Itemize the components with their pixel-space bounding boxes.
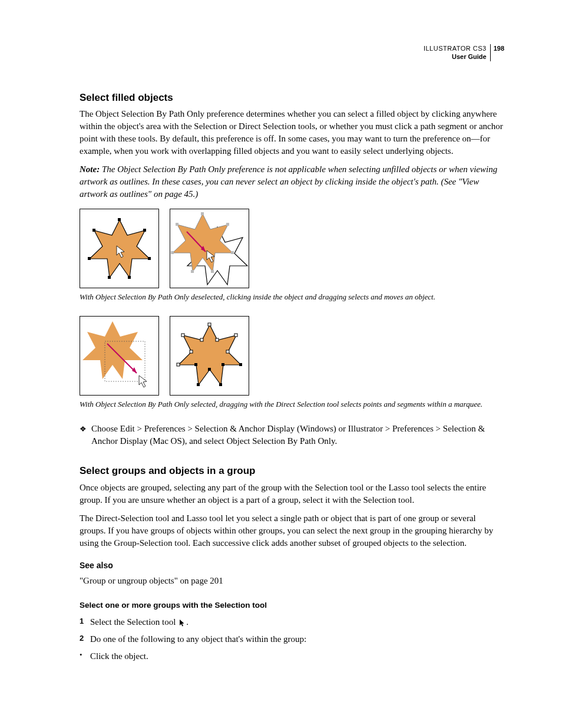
header-subtitle: User Guide	[424, 52, 487, 61]
bullet-item: • Click the object.	[80, 650, 504, 663]
svg-rect-24	[208, 323, 211, 326]
instruction-step: ❖ Choose Edit > Preferences > Selection …	[80, 423, 504, 447]
svg-rect-14	[191, 270, 194, 273]
subsection-heading: Select one or more groups with the Selec…	[80, 600, 504, 611]
note-label: Note:	[80, 164, 100, 174]
svg-rect-4	[128, 276, 131, 279]
svg-marker-9	[173, 214, 233, 272]
step-number: 1	[80, 616, 90, 628]
body-paragraph: The Object Selection By Path Only prefer…	[80, 108, 504, 157]
bullet-dot-icon: •	[80, 650, 90, 663]
figure-caption-1: With Object Selection By Path Only desel…	[80, 292, 504, 302]
svg-rect-10	[201, 212, 204, 215]
svg-rect-6	[88, 257, 91, 260]
page-number: 198	[490, 44, 504, 61]
section-heading-select-filled-objects: Select filled objects	[80, 91, 504, 105]
figure-row-2	[80, 316, 504, 396]
figure-box-2b	[170, 316, 249, 396]
svg-marker-22	[132, 367, 137, 373]
svg-rect-11	[226, 223, 229, 226]
figure-box-1a	[80, 209, 159, 288]
step-text: Select the Selection tool .	[90, 616, 189, 628]
svg-rect-5	[108, 276, 111, 279]
note-paragraph: Note: The Object Selection By Path Only …	[80, 163, 504, 200]
figure-row-1	[80, 209, 504, 288]
svg-rect-31	[216, 338, 219, 341]
svg-rect-30	[181, 334, 184, 337]
svg-rect-32	[200, 338, 203, 341]
numbered-step-2: 2 Do one of the following to any object …	[80, 633, 504, 645]
page-content: ILLUSTRATOR CS3 User Guide 198 Select fi…	[0, 0, 562, 691]
svg-rect-28	[197, 383, 200, 386]
svg-rect-16	[176, 223, 178, 226]
section-heading-select-groups: Select groups and objects in a group	[80, 464, 504, 478]
svg-rect-37	[208, 368, 211, 371]
svg-rect-3	[148, 257, 151, 260]
svg-rect-12	[231, 251, 234, 254]
instruction-text: Choose Edit > Preferences > Selection & …	[91, 423, 504, 447]
figure-caption-2: With Object Selection By Path Only selec…	[80, 399, 504, 410]
svg-rect-34	[190, 350, 193, 353]
svg-rect-2	[143, 229, 146, 232]
svg-rect-26	[239, 363, 242, 366]
page-header: ILLUSTRATOR CS3 User Guide 198	[80, 44, 504, 61]
svg-rect-15	[171, 251, 174, 254]
see-also-link: "Group or ungroup objects" on page 201	[80, 575, 504, 587]
svg-marker-23	[178, 325, 241, 385]
bullet-text: Click the object.	[90, 650, 148, 663]
svg-rect-7	[92, 229, 95, 232]
note-text: The Object Selection By Path Only prefer…	[80, 164, 497, 199]
svg-rect-35	[222, 363, 224, 366]
numbered-step-1: 1 Select the Selection tool .	[80, 616, 504, 628]
figure-box-1b	[170, 209, 249, 288]
diamond-bullet-icon: ❖	[80, 424, 87, 434]
svg-rect-1	[118, 218, 121, 221]
svg-rect-13	[211, 270, 214, 273]
svg-rect-36	[194, 363, 197, 366]
figure-box-2a	[80, 316, 159, 396]
header-product-title: ILLUSTRATOR CS3	[424, 44, 487, 52]
svg-rect-27	[219, 383, 222, 386]
svg-rect-33	[226, 350, 229, 353]
body-paragraph: Once objects are grouped, selecting any …	[80, 482, 504, 506]
see-also-heading: See also	[80, 560, 504, 572]
body-paragraph: The Direct-Selection tool and Lasso tool…	[80, 512, 504, 549]
step-text: Do one of the following to any object th…	[90, 633, 306, 645]
svg-rect-25	[234, 334, 237, 337]
step-number: 2	[80, 633, 90, 645]
selection-tool-icon	[179, 619, 185, 627]
svg-rect-29	[177, 363, 180, 366]
